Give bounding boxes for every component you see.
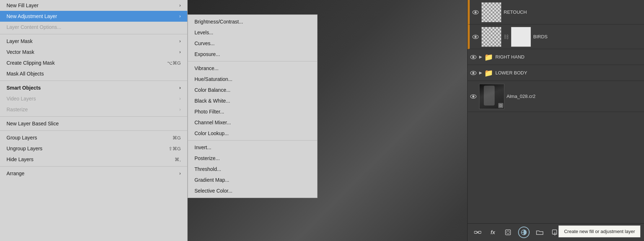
submenu-panel: Brightness/Contrast... Levels... Curves.… [188, 14, 317, 198]
submenu-item-label: Brightness/Contrast... [194, 19, 243, 25]
svg-point-1 [474, 11, 477, 13]
menu-item-label: Vector Mask [6, 49, 34, 55]
menu-item-rasterize: Rasterize › [0, 104, 187, 115]
layer-row-alma[interactable]: ⊡ Alma_028.cr2 [468, 81, 644, 112]
layer-row-birds[interactable]: ⛓ BIRDS [468, 25, 644, 49]
menu-item-label: Layer Content Options... [6, 24, 61, 30]
smart-object-badge: ⊡ [498, 103, 503, 108]
submenu-item-selective-color[interactable]: Selective Color... [188, 185, 317, 196]
menu-item-new-adjustment-layer[interactable]: New Adjustment Layer › [0, 11, 187, 22]
layer-visibility-eye[interactable] [472, 33, 479, 40]
adjustment-footer-icon[interactable] [518, 227, 530, 238]
submenu-item-invert[interactable]: Invert... [188, 142, 317, 153]
layer-thumbnail-left [481, 27, 501, 47]
menu-separator [0, 130, 187, 131]
layer-row-lower-body[interactable]: ▶ 📁 LOWER BODY [468, 65, 644, 81]
layer-thumbnail-right [511, 27, 531, 47]
menu-item-new-layer-based-slice[interactable]: New Layer Based Slice [0, 118, 187, 129]
menu-item-shortcut: ⌘, [175, 157, 181, 162]
link-footer-icon[interactable] [473, 227, 483, 237]
layer-row-retouch[interactable]: RETOUCH [468, 0, 644, 25]
svg-point-3 [474, 36, 477, 38]
menu-item-smart-objects[interactable]: Smart Objects › [0, 82, 187, 93]
layer-visibility-eye[interactable] [470, 93, 477, 100]
layer-name: RETOUCH [504, 9, 642, 15]
mask-footer-icon[interactable] [503, 227, 513, 237]
submenu-arrow: › [179, 14, 181, 19]
submenu-item-black-white[interactable]: Black & White... [188, 95, 317, 106]
submenu-item-label: Vibrance... [194, 65, 219, 71]
submenu-item-label: Invert... [194, 145, 211, 150]
submenu-separator [188, 140, 317, 141]
menu-item-arrange[interactable]: Arrange › [0, 168, 187, 179]
submenu-item-color-lookup[interactable]: Color Lookup... [188, 128, 317, 139]
layer-visibility-eye[interactable] [470, 53, 477, 61]
layers-panel: RETOUCH ⛓ BIRDS ▶ 📁 RIGHT HAND ▶ [467, 0, 644, 241]
layer-expand-arrow[interactable]: ▶ [479, 70, 482, 75]
menu-item-vector-mask[interactable]: Vector Mask › [0, 47, 187, 57]
menu-item-label: New Layer Based Slice [6, 121, 59, 126]
menu-item-mask-all-objects[interactable]: Mask All Objects [0, 68, 187, 79]
layers-spacer [468, 112, 644, 223]
menu-separator [0, 81, 187, 81]
menu-item-hide-layers[interactable]: Hide Layers ⌘, [0, 154, 187, 165]
submenu-item-hue-saturation[interactable]: Hue/Saturation... [188, 74, 317, 85]
layer-name: LOWER BODY [495, 70, 642, 76]
menu-separator [0, 166, 187, 167]
menu-item-shortcut: ⌘G [172, 135, 181, 141]
menu-item-layer-mask[interactable]: Layer Mask › [0, 36, 187, 47]
layer-row-right-hand[interactable]: ▶ 📁 RIGHT HAND [468, 49, 644, 65]
menu-item-label: Video Layers [6, 96, 36, 102]
submenu-item-label: Curves... [194, 40, 215, 46]
submenu-item-label: Threshold... [194, 166, 221, 172]
submenu-item-label: Hue/Saturation... [194, 76, 232, 82]
submenu-item-label: Color Balance... [194, 87, 231, 93]
layer-name: BIRDS [533, 34, 642, 39]
layer-name: Alma_028.cr2 [507, 94, 642, 99]
svg-point-7 [472, 72, 474, 74]
menu-item-ungroup-layers[interactable]: Ungroup Layers ⇧⌘G [0, 143, 187, 154]
menu-item-group-layers[interactable]: Group Layers ⌘G [0, 132, 187, 143]
tooltip: Create new fill or adjustment layer [558, 225, 640, 237]
submenu-item-label: Levels... [194, 30, 213, 35]
submenu-arrow: › [179, 39, 181, 44]
menu-item-label: Mask All Objects [6, 71, 44, 77]
submenu-item-levels[interactable]: Levels... [188, 27, 317, 38]
menu-item-label: Ungroup Layers [6, 146, 43, 151]
menu-item-label: New Adjustment Layer [6, 13, 57, 19]
layer-expand-arrow[interactable]: ▶ [479, 55, 482, 59]
menu-item-video-layers: Video Layers › [0, 93, 187, 104]
submenu-arrow: › [179, 50, 181, 55]
submenu-item-threshold[interactable]: Threshold... [188, 164, 317, 175]
submenu-arrow: › [179, 107, 181, 112]
submenu-arrow: › [179, 3, 181, 8]
menu-item-label: Arrange [6, 171, 25, 176]
layer-visibility-eye[interactable] [472, 9, 479, 16]
submenu-item-label: Exposure... [194, 51, 220, 57]
submenu-item-curves[interactable]: Curves... [188, 38, 317, 49]
layer-name: RIGHT HAND [495, 54, 642, 60]
menu-item-label: Hide Layers [6, 156, 34, 162]
menu-item-create-clipping-mask[interactable]: Create Clipping Mask ⌥⌘G [0, 57, 187, 68]
submenu-item-gradient-map[interactable]: Gradient Map... [188, 175, 317, 185]
fx-footer-icon[interactable]: fx [488, 227, 498, 237]
submenu-item-color-balance[interactable]: Color Balance... [188, 85, 317, 95]
submenu-item-posterize[interactable]: Posterize... [188, 153, 317, 164]
menu-item-new-fill-layer[interactable]: New Fill Layer › [0, 0, 187, 11]
submenu-arrow: › [179, 96, 181, 101]
folder-icon: 📁 [484, 69, 493, 77]
submenu-item-brightness-contrast[interactable]: Brightness/Contrast... [188, 16, 317, 27]
submenu-arrow: › [179, 171, 181, 176]
menu-item-shortcut: ⇧⌘G [168, 146, 181, 151]
layer-visibility-eye[interactable] [470, 69, 477, 77]
folder-footer-icon[interactable] [535, 227, 545, 237]
submenu-item-photo-filter[interactable]: Photo Filter... [188, 106, 317, 117]
layer-thumbnail-photo: ⊡ [479, 84, 504, 109]
submenu-item-vibrance[interactable]: Vibrance... [188, 63, 317, 74]
folder-icon: 📁 [484, 53, 493, 61]
menu-separator [0, 34, 187, 34]
submenu-item-channel-mixer[interactable]: Channel Mixer... [188, 117, 317, 128]
svg-point-9 [472, 95, 474, 98]
submenu-item-exposure[interactable]: Exposure... [188, 49, 317, 60]
menu-item-label: Create Clipping Mask [6, 60, 55, 66]
